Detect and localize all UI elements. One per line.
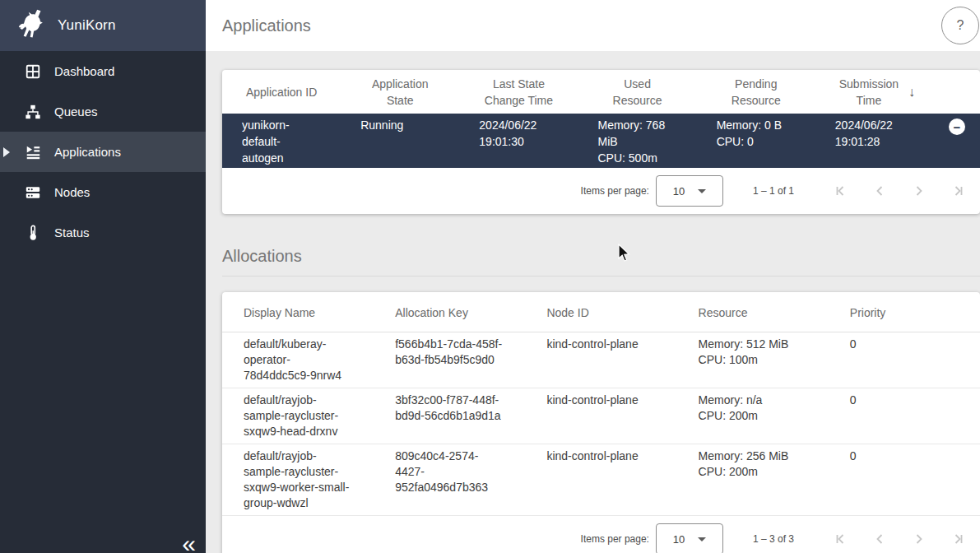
previous-page-button[interactable] (870, 529, 889, 549)
allocation-row[interactable]: default/rayjob-sample-raycluster-sxqw9-w… (222, 444, 980, 516)
cell-last-state-change-time: 2024/06/22 19:01:30 (459, 117, 578, 166)
page-title: Applications (222, 16, 311, 35)
sidebar: YuniKorn Dashboard Queues (0, 0, 206, 553)
cell-display-name: default/rayjob-sample-raycluster-sxqw9-w… (222, 448, 374, 512)
collapse-row-button[interactable]: − (949, 118, 965, 135)
nodes-icon (25, 184, 41, 201)
pagination-controls (830, 181, 968, 201)
cell-priority: 0 (829, 448, 980, 512)
allocation-row[interactable]: default/rayjob-sample-raycluster-sxqw9-h… (222, 388, 980, 444)
column-header-label: Submission Time (834, 76, 903, 109)
page-size-select[interactable]: 10 (656, 175, 723, 207)
cell-resource: Memory: 256 MiB CPU: 200m (677, 448, 829, 512)
content-area: Application ID Application State Last St… (206, 51, 980, 553)
cell-allocation-key: f566b4b1-7cda-458f-b63d-fb54b9f5c9d0 (374, 336, 525, 384)
column-header-node-id: Node ID (525, 306, 676, 319)
column-header-last-state-change-time[interactable]: Last State Change Time (459, 76, 578, 109)
dropdown-caret-icon (698, 189, 706, 193)
main-area: Applications ? Application ID Applicatio… (206, 0, 980, 553)
sidebar-item-label: Status (54, 225, 90, 239)
allocations-paginator: Items per page: 10 1 – 3 of 3 (222, 516, 980, 553)
cell-pending-resource: Memory: 0 B CPU: 0 (697, 117, 815, 166)
sidebar-collapse-button[interactable]: « (182, 532, 196, 553)
unicorn-logo-icon (12, 7, 48, 44)
last-page-icon (949, 181, 968, 201)
cell-allocation-key: 809c40c4-2574-4427-952fa0496d7b363 (374, 448, 525, 512)
column-header-application-id[interactable]: Application ID (222, 84, 341, 100)
active-item-indicator-icon (3, 147, 10, 157)
last-page-icon (949, 529, 968, 549)
previous-page-button[interactable] (870, 181, 889, 201)
pagination-controls (830, 529, 968, 549)
page-range-label: 1 – 1 of 1 (753, 185, 794, 197)
items-per-page-label: Items per page: (581, 185, 649, 197)
page-size-select[interactable]: 10 (656, 523, 723, 553)
column-header-pending-resource[interactable]: Pending Resource (697, 76, 815, 109)
cell-priority: 0 (829, 392, 980, 440)
app-root: YuniKorn Dashboard Queues (0, 0, 980, 553)
cell-resource: Memory: n/a CPU: 200m (677, 392, 829, 440)
first-page-icon (830, 529, 850, 549)
applications-table-card: Application ID Application State Last St… (222, 70, 980, 214)
status-icon (25, 225, 41, 241)
applications-paginator: Items per page: 10 1 – 1 of 1 (222, 168, 980, 214)
section-divider (222, 276, 980, 276)
sidebar-item-status[interactable]: Status (0, 212, 206, 253)
page-size-value: 10 (673, 533, 685, 546)
cell-used-resource: Memory: 768 MiB CPU: 500m (578, 117, 697, 166)
next-page-button[interactable] (909, 181, 929, 201)
dropdown-caret-icon (698, 537, 706, 541)
chevron-left-icon (870, 529, 889, 549)
last-page-button[interactable] (949, 181, 968, 201)
cell-node-id: kind-control-plane (525, 336, 676, 384)
cell-submission-time: 2024/06/22 19:01:28 (815, 117, 934, 166)
column-header-submission-time[interactable]: Submission Time ↓ (815, 76, 934, 109)
help-button[interactable]: ? (941, 7, 979, 44)
topbar: Applications ? (206, 0, 980, 51)
sidebar-item-queues[interactable]: Queues (0, 91, 206, 132)
brand-header: YuniKorn (0, 0, 206, 51)
first-page-button[interactable] (830, 529, 850, 549)
first-page-button[interactable] (830, 181, 850, 201)
cell-node-id: kind-control-plane (525, 448, 676, 512)
column-header-allocation-key: Allocation Key (374, 306, 525, 319)
chevron-right-icon (909, 181, 929, 201)
items-per-page-label: Items per page: (581, 533, 649, 545)
allocations-table-card: Display Name Allocation Key Node ID Reso… (222, 292, 980, 553)
applications-table-header: Application ID Application State Last St… (222, 70, 980, 114)
queues-icon (25, 104, 41, 120)
next-page-button[interactable] (909, 529, 929, 549)
column-header-display-name: Display Name (222, 306, 374, 319)
cell-node-id: kind-control-plane (525, 392, 676, 440)
cell-application-id: yunikorn-default-autogen (222, 117, 341, 166)
allocations-heading: Allocations (222, 247, 980, 266)
cell-allocation-key: 3bf32c00-f787-448f-bd9d-56cd6b1a9d1a (374, 392, 525, 440)
cell-display-name: default/rayjob-sample-raycluster-sxqw9-h… (222, 392, 374, 440)
chevron-left-icon (870, 181, 889, 201)
page-size-value: 10 (673, 185, 685, 198)
sidebar-item-dashboard[interactable]: Dashboard (0, 51, 206, 91)
sidebar-item-label: Nodes (54, 185, 90, 199)
applications-icon (25, 144, 41, 160)
page-range-label: 1 – 3 of 3 (753, 533, 794, 545)
column-header-resource: Resource (677, 306, 829, 319)
sort-descending-icon: ↓ (908, 84, 915, 100)
allocation-row[interactable]: default/kuberay-operator-78d4ddc5c9-9nrw… (222, 332, 980, 388)
first-page-icon (830, 181, 850, 201)
sidebar-item-label: Queues (54, 105, 98, 118)
cell-application-state: Running (341, 117, 459, 166)
sidebar-item-label: Dashboard (54, 64, 114, 78)
chevron-right-icon (909, 529, 929, 549)
application-row-selected[interactable]: yunikorn-default-autogen Running 2024/06… (222, 114, 980, 168)
sidebar-item-label: Applications (54, 145, 121, 159)
column-header-priority: Priority (829, 306, 980, 319)
dashboard-icon (25, 63, 41, 80)
column-header-application-state[interactable]: Application State (341, 76, 459, 109)
sidebar-item-applications[interactable]: Applications (0, 132, 206, 172)
cell-resource: Memory: 512 MiB CPU: 100m (677, 336, 829, 384)
last-page-button[interactable] (949, 529, 968, 549)
sidebar-item-nodes[interactable]: Nodes (0, 172, 206, 212)
column-header-used-resource[interactable]: Used Resource (578, 76, 697, 109)
cell-display-name: default/kuberay-operator-78d4ddc5c9-9nrw… (222, 336, 374, 384)
brand-name: YuniKorn (58, 17, 116, 34)
